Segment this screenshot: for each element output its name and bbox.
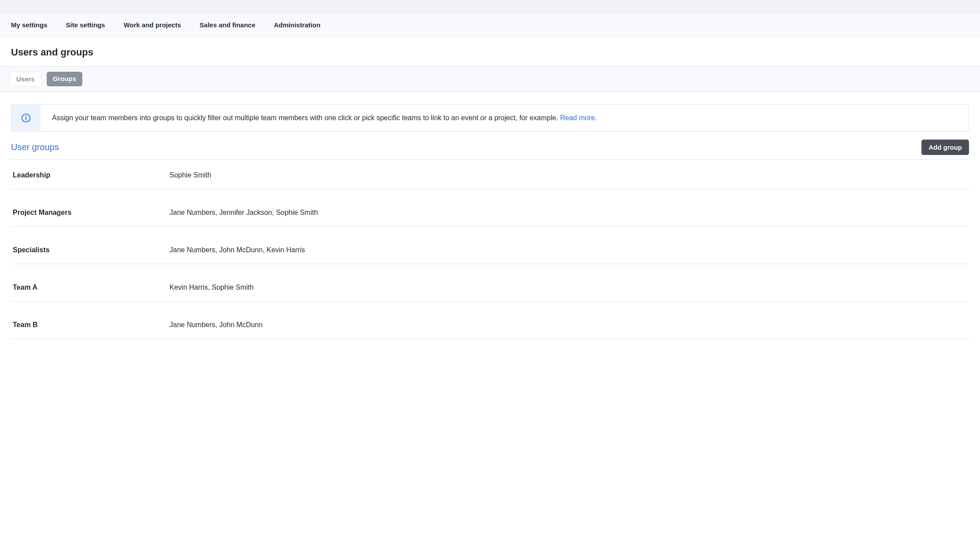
main-nav: My settings Site settings Work and proje…: [0, 13, 980, 37]
section-title: User groups: [11, 142, 59, 152]
tabs: Users Groups: [0, 66, 980, 92]
info-icon: [11, 105, 41, 131]
nav-site-settings[interactable]: Site settings: [66, 13, 105, 37]
group-name: Project Managers: [11, 209, 169, 217]
info-text: Assign your team members into groups to …: [41, 105, 608, 131]
svg-point-2: [26, 116, 26, 116]
info-banner: Assign your team members into groups to …: [11, 104, 969, 132]
group-row[interactable]: Team B Jane Numbers, John McDunn: [11, 311, 969, 339]
nav-work-and-projects[interactable]: Work and projects: [124, 13, 181, 37]
add-group-button[interactable]: Add group: [921, 140, 969, 155]
group-row[interactable]: Leadership Sophie Smith: [11, 160, 969, 189]
group-members: Jane Numbers, Jennifer Jackson, Sophie S…: [169, 209, 318, 217]
group-row[interactable]: Specialists Jane Numbers, John McDunn, K…: [11, 236, 969, 264]
info-read-more-link[interactable]: Read more.: [560, 114, 597, 122]
group-row[interactable]: Team A Kevin Harris, Sophie Smith: [11, 274, 969, 302]
group-members: Kevin Harris, Sophie Smith: [169, 284, 254, 291]
tab-users[interactable]: Users: [10, 72, 41, 86]
info-message: Assign your team members into groups to …: [52, 114, 560, 122]
group-members: Jane Numbers, John McDunn, Kevin Harris: [169, 246, 305, 254]
group-name: Leadership: [11, 171, 169, 179]
section-header: User groups Add group: [11, 140, 969, 160]
group-name: Team A: [11, 284, 169, 291]
page-title-section: Users and groups: [0, 37, 980, 66]
nav-sales-and-finance[interactable]: Sales and finance: [199, 13, 255, 37]
group-members: Jane Numbers, John McDunn: [169, 321, 263, 329]
nav-my-settings[interactable]: My settings: [11, 13, 48, 37]
top-bar: [0, 0, 980, 13]
group-members: Sophie Smith: [169, 171, 211, 179]
group-row[interactable]: Project Managers Jane Numbers, Jennifer …: [11, 199, 969, 227]
groups-list: Leadership Sophie Smith Project Managers…: [11, 160, 969, 339]
tab-groups[interactable]: Groups: [47, 72, 82, 86]
group-name: Team B: [11, 321, 169, 329]
page-title: Users and groups: [11, 47, 969, 58]
content: Assign your team members into groups to …: [0, 92, 980, 357]
nav-administration[interactable]: Administration: [274, 13, 321, 37]
group-name: Specialists: [11, 246, 169, 254]
